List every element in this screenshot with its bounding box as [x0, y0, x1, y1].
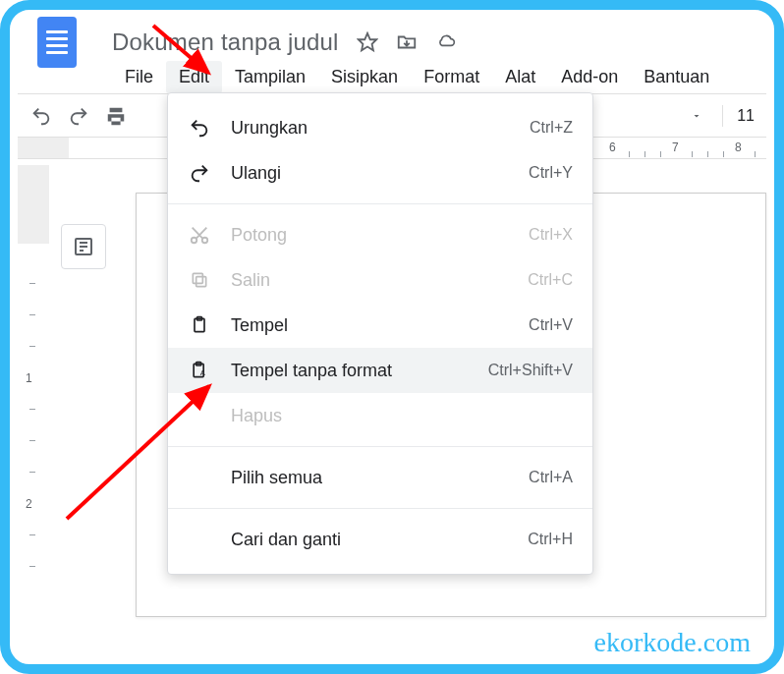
menu-item-shortcut: Ctrl+Shift+V — [488, 362, 573, 379]
menu-add-on[interactable]: Add-on — [548, 61, 631, 93]
chevron-down-icon[interactable] — [685, 104, 708, 128]
menu-item-shortcut: Ctrl+V — [529, 316, 573, 334]
separator — [722, 105, 723, 127]
redo-icon — [186, 162, 213, 184]
paste-icon — [186, 314, 213, 336]
menubar: FileEditTampilanSisipkanFormatAlatAdd-on… — [18, 61, 766, 94]
menu-item-label: Urungkan — [231, 118, 530, 139]
svg-line-15 — [67, 386, 209, 519]
menu-sisipkan[interactable]: Sisipkan — [318, 61, 411, 93]
menu-item-shortcut: Ctrl+Y — [529, 164, 573, 182]
menu-item-label: Pilih semua — [231, 468, 529, 488]
docs-logo-icon[interactable] — [37, 17, 77, 68]
ruler-num: 8 — [735, 140, 742, 154]
menu-item-shortcut: Ctrl+A — [529, 469, 573, 486]
svg-rect-8 — [193, 273, 202, 283]
svg-rect-7 — [196, 277, 206, 287]
menu-item-label: Tempel — [231, 315, 529, 336]
menu-item-potong: PotongCtrl+X — [168, 212, 592, 257]
cloud-icon[interactable] — [435, 31, 457, 53]
font-size-value[interactable]: 11 — [737, 107, 755, 125]
undo-icon[interactable] — [29, 104, 53, 128]
svg-line-14 — [153, 26, 208, 73]
svg-marker-0 — [358, 33, 375, 50]
ruler-vertical: 1 2 — [18, 165, 49, 617]
menu-item-shortcut: Ctrl+Z — [530, 119, 573, 137]
menu-item-tempel[interactable]: TempelCtrl+V — [168, 303, 592, 348]
menu-item-shortcut: Ctrl+H — [528, 531, 573, 548]
move-folder-icon[interactable] — [396, 31, 418, 53]
menu-item-label: Salin — [231, 270, 528, 291]
menu-bantuan[interactable]: Bantuan — [631, 61, 722, 93]
menu-item-urungkan[interactable]: UrungkanCtrl+Z — [168, 105, 592, 150]
menu-item-ulangi[interactable]: UlangiCtrl+Y — [168, 150, 592, 196]
menu-item-label: Ulangi — [231, 163, 529, 184]
menu-item-shortcut: Ctrl+C — [528, 271, 573, 289]
menu-format[interactable]: Format — [411, 61, 492, 93]
menu-item-label: Hapus — [231, 406, 573, 426]
ruler-num: 7 — [672, 140, 679, 154]
print-icon[interactable] — [104, 104, 128, 128]
undo-icon — [186, 117, 213, 139]
svg-point-6 — [202, 238, 208, 244]
star-icon[interactable] — [357, 31, 378, 53]
cut-icon — [186, 224, 213, 246]
redo-icon[interactable] — [67, 104, 90, 128]
document-outline-icon[interactable] — [61, 224, 106, 269]
menu-item-label: Tempel tanpa format — [231, 361, 488, 381]
menu-item-label: Potong — [231, 225, 529, 246]
copy-icon — [186, 270, 213, 290]
watermark: ekorkode.com — [594, 627, 751, 658]
menu-item-shortcut: Ctrl+X — [529, 226, 573, 244]
svg-point-5 — [192, 238, 197, 244]
menu-item-label: Cari dan ganti — [231, 530, 528, 550]
menu-item-salin: SalinCtrl+C — [168, 257, 592, 303]
ruler-num: 6 — [609, 140, 616, 154]
menu-alat[interactable]: Alat — [492, 61, 548, 93]
